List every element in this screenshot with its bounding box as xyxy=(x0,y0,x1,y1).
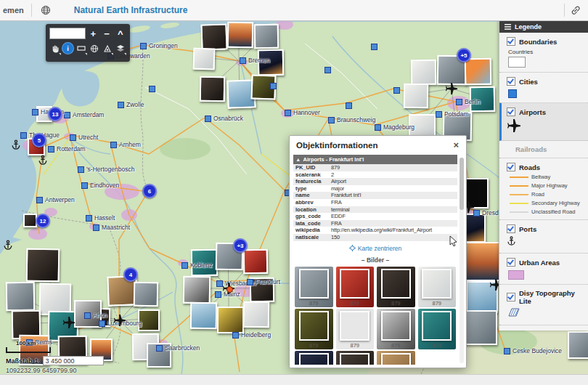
cluster-badge[interactable]: +3 xyxy=(233,238,248,253)
port-anchor-icon[interactable] xyxy=(3,240,13,250)
roads-checkbox[interactable] xyxy=(507,163,515,171)
city-marker-unlabeled[interactable] xyxy=(324,67,331,73)
city-marker[interactable]: Braunschweig xyxy=(328,116,375,123)
map-tab-button[interactable] xyxy=(32,0,60,20)
image-thumbnail[interactable] xyxy=(422,311,452,341)
zoom-in-button[interactable]: + xyxy=(87,27,99,40)
map-photo[interactable] xyxy=(183,276,211,304)
nav-tab-partial[interactable]: emen xyxy=(0,6,31,15)
image-thumbnail[interactable] xyxy=(340,353,369,365)
city-marker[interactable]: Eindhoven xyxy=(81,182,119,189)
image-thumbnail[interactable] xyxy=(340,269,369,299)
city-marker[interactable]: Antwerpen xyxy=(36,196,75,203)
toolbar-collapse-button[interactable]: ^ xyxy=(114,27,126,40)
center-map-link[interactable]: Karte zentrieren xyxy=(293,245,457,252)
city-marker[interactable]: Ceske Budejovice xyxy=(504,347,562,354)
map-photo[interactable] xyxy=(404,84,429,109)
city-marker-unlabeled[interactable] xyxy=(270,83,277,89)
map-photo[interactable] xyxy=(462,242,501,281)
map-photo[interactable] xyxy=(568,331,588,359)
image-thumbnail-cell[interactable]: 879 xyxy=(295,351,333,365)
image-thumbnail[interactable] xyxy=(299,311,329,341)
port-anchor-icon[interactable] xyxy=(38,155,48,165)
city-marker[interactable]: Groningen xyxy=(140,42,178,49)
overview-tool-button[interactable] xyxy=(89,43,99,54)
city-marker-unlabeled[interactable] xyxy=(149,86,155,92)
cluster-badge[interactable]: 4 xyxy=(123,267,138,282)
airport-plane-icon[interactable] xyxy=(113,314,126,327)
cluster-badge[interactable]: 12 xyxy=(36,214,50,228)
airport-plane-icon[interactable] xyxy=(222,282,235,295)
map-photo[interactable] xyxy=(411,60,437,86)
city-marker[interactable]: Koblenz xyxy=(181,262,213,269)
airport-plane-icon[interactable] xyxy=(62,316,75,329)
city-marker[interactable]: Osnabrück xyxy=(205,115,243,122)
port-anchor-icon[interactable] xyxy=(11,139,21,150)
map-photo[interactable] xyxy=(243,249,269,275)
city-marker[interactable]: 's-Hertogenbosch xyxy=(78,166,134,173)
map-photo[interactable] xyxy=(26,248,60,283)
city-marker[interactable]: Zwolle xyxy=(118,101,144,108)
city-marker[interactable]: Arnhem xyxy=(110,141,141,148)
city-marker-unlabeled[interactable] xyxy=(393,87,400,94)
airports-checkbox[interactable] xyxy=(507,108,515,116)
city-marker[interactable]: Amsterdam xyxy=(64,111,104,118)
zoom-out-button[interactable]: − xyxy=(101,27,113,40)
city-marker[interactable]: Hannover xyxy=(285,109,320,116)
urban-areas-checkbox[interactable] xyxy=(507,258,515,267)
popup-close-button[interactable]: × xyxy=(452,140,460,150)
map-photo[interactable] xyxy=(134,282,159,307)
map-photo[interactable] xyxy=(465,58,492,86)
scale-value-input[interactable] xyxy=(43,356,104,365)
pan-tool-button[interactable] xyxy=(49,43,60,54)
cluster-badge[interactable]: 6 xyxy=(142,184,157,198)
image-thumbnail-cell[interactable]: 879 xyxy=(377,267,415,307)
image-thumbnail-cell[interactable]: 879 xyxy=(336,309,375,349)
image-thumbnail-cell[interactable]: 879 xyxy=(377,351,415,365)
map-photo[interactable] xyxy=(200,23,227,50)
city-marker-unlabeled[interactable] xyxy=(371,44,377,50)
map-photo[interactable] xyxy=(217,307,244,333)
city-marker[interactable]: Arlon xyxy=(84,312,107,319)
popup-scrollbar[interactable] xyxy=(460,158,464,363)
cluster-badge[interactable]: 5 xyxy=(32,133,46,147)
city-marker[interactable]: Rotterdam xyxy=(48,145,86,153)
image-thumbnail-cell[interactable]: 879 xyxy=(418,309,457,349)
cluster-badge[interactable]: 13 xyxy=(48,107,62,121)
popup-scrollbar-thumb[interactable] xyxy=(460,158,464,210)
city-marker-unlabeled[interactable] xyxy=(346,102,352,109)
city-marker[interactable]: Frankfurt xyxy=(247,278,280,285)
city-marker[interactable]: Saarbrücken xyxy=(156,344,200,352)
map-photo[interactable] xyxy=(462,310,497,345)
map-photo[interactable] xyxy=(6,282,36,312)
map-photo[interactable] xyxy=(190,302,218,330)
image-thumbnail-cell[interactable]: 879 xyxy=(295,267,333,307)
city-marker[interactable]: Heidelberg xyxy=(232,331,271,339)
airport-plane-icon[interactable] xyxy=(445,82,458,95)
feature-section-header[interactable]: ▴ Airports - Frankfurt Int'l xyxy=(293,155,457,164)
image-thumbnail[interactable] xyxy=(381,311,411,341)
measure-tool-button[interactable] xyxy=(75,43,86,54)
image-thumbnail[interactable] xyxy=(422,269,452,299)
map-photo[interactable] xyxy=(254,24,279,49)
topography-checkbox[interactable] xyxy=(507,293,515,301)
cluster-badge[interactable]: +5 xyxy=(457,48,471,62)
select-tool-button[interactable] xyxy=(102,43,113,54)
image-thumbnail[interactable] xyxy=(299,353,329,365)
map-photo[interactable] xyxy=(243,301,270,328)
city-marker[interactable]: Berlin xyxy=(456,98,481,105)
boundaries-checkbox[interactable] xyxy=(507,37,515,46)
city-marker[interactable]: Utrecht xyxy=(70,134,98,141)
image-thumbnail-cell[interactable]: 879 xyxy=(336,267,375,307)
city-marker[interactable]: Hasselt xyxy=(86,214,115,222)
map-photo[interactable] xyxy=(192,47,215,70)
info-tool-button[interactable]: i xyxy=(62,43,73,54)
image-thumbnail-cell[interactable]: 879 xyxy=(295,309,333,349)
image-thumbnail-cell[interactable]: 879 xyxy=(418,267,457,307)
image-thumbnail[interactable] xyxy=(381,269,411,299)
cities-checkbox[interactable] xyxy=(507,77,515,86)
image-thumbnail[interactable] xyxy=(299,269,329,299)
map-photo[interactable] xyxy=(227,22,254,49)
image-thumbnail-cell[interactable]: 879 xyxy=(377,309,415,349)
city-marker[interactable]: Maastricht xyxy=(93,224,130,231)
